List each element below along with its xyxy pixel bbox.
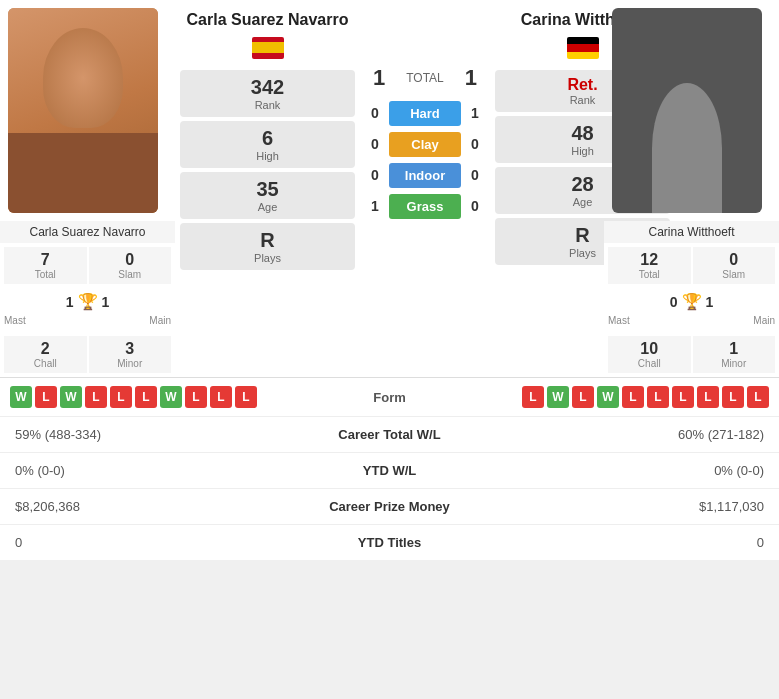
left-form-4: L — [85, 386, 107, 408]
right-player-col: Carina Witthoeft 12 Total 0 Slam 0 🏆 1 — [604, 0, 779, 377]
left-form-7: W — [160, 386, 182, 408]
ytd-wl-label: YTD W/L — [290, 463, 490, 478]
right-player-name-below: Carina Witthoeft — [604, 221, 779, 243]
court-row-hard: 0 Hard 1 — [365, 101, 485, 126]
left-indoor-score: 0 — [365, 167, 385, 183]
right-total-score: 1 — [465, 65, 477, 91]
right-grass-score: 0 — [465, 198, 485, 214]
left-mast-main-labels: Mast Main — [0, 315, 175, 332]
left-trophy-row: 1 🏆 1 — [0, 288, 175, 315]
left-flag — [252, 37, 284, 62]
court-row-indoor: 0 Indoor 0 — [365, 163, 485, 188]
ytd-titles-row: 0 YTD Titles 0 — [0, 524, 779, 560]
left-slam-cell: 0 Slam — [89, 247, 172, 284]
right-clay-score: 0 — [465, 136, 485, 152]
left-form-10: L — [235, 386, 257, 408]
prize-money-row: $8,206,368 Career Prize Money $1,117,030 — [0, 488, 779, 524]
right-ytd-wl: 0% (0-0) — [490, 463, 765, 478]
left-prize: $8,206,368 — [15, 499, 290, 514]
right-form-badges: L W L W L L L L L L — [446, 386, 770, 408]
left-chall-minor: 2 Chall 3 Minor — [0, 332, 175, 377]
court-row-grass: 1 Grass 0 — [365, 194, 485, 219]
left-total-score: 1 — [373, 65, 385, 91]
clay-badge: Clay — [389, 132, 461, 157]
left-hard-score: 0 — [365, 105, 385, 121]
left-form-badges: W L W L L L W L L L — [10, 386, 334, 408]
left-ytd-titles: 0 — [15, 535, 290, 550]
courts-section: 1 Total 1 0 Hard 1 0 Clay 0 0 — [360, 0, 490, 284]
ytd-wl-row: 0% (0-0) YTD W/L 0% (0-0) — [0, 452, 779, 488]
right-mast-main-labels: Mast Main — [604, 315, 779, 332]
left-age-box: 35 Age — [180, 172, 355, 219]
left-career-total: 59% (488-334) — [15, 427, 290, 442]
left-clay-score: 0 — [365, 136, 385, 152]
left-grass-score: 1 — [365, 198, 385, 214]
right-indoor-score: 0 — [465, 167, 485, 183]
right-stats-grid: 12 Total 0 Slam — [604, 243, 779, 288]
left-player-photo — [8, 8, 158, 213]
right-trophy-icon: 🏆 — [682, 292, 702, 311]
left-form-8: L — [185, 386, 207, 408]
left-player-name: Carla Suarez Navarro — [187, 10, 349, 31]
prize-label: Career Prize Money — [290, 499, 490, 514]
court-row-clay: 0 Clay 0 — [365, 132, 485, 157]
left-trophy-icon: 🏆 — [78, 292, 98, 311]
left-total-cell: 7 Total — [4, 247, 87, 284]
right-flag-de — [567, 37, 599, 59]
right-form-4: W — [597, 386, 619, 408]
right-hard-score: 1 — [465, 105, 485, 121]
right-form-1: L — [522, 386, 544, 408]
right-chall-minor: 10 Chall 1 Minor — [604, 332, 779, 377]
left-center-stats: Carla Suarez Navarro 342 Rank 6 High 35 … — [175, 0, 360, 284]
right-form-9: L — [722, 386, 744, 408]
right-career-total: 60% (271-182) — [490, 427, 765, 442]
left-rank-box: 342 Rank — [180, 70, 355, 117]
total-row: 1 Total 1 — [365, 65, 485, 91]
left-player-name-below: Carla Suarez Navarro — [0, 221, 175, 243]
right-total-cell: 12 Total — [608, 247, 691, 284]
left-player-col: Carla Suarez Navarro 7 Total 0 Slam 1 🏆 … — [0, 0, 175, 377]
left-form-3: W — [60, 386, 82, 408]
right-player-face — [612, 8, 762, 213]
right-slam-cell: 0 Slam — [693, 247, 776, 284]
players-row: Carla Suarez Navarro 7 Total 0 Slam 1 🏆 … — [0, 0, 779, 377]
right-chall-cell: 10 Chall — [608, 336, 691, 373]
ytd-titles-label: YTD Titles — [290, 535, 490, 550]
right-form-10: L — [747, 386, 769, 408]
hard-badge: Hard — [389, 101, 461, 126]
center-col: Carla Suarez Navarro 342 Rank 6 High 35 … — [175, 0, 604, 284]
right-form-2: W — [547, 386, 569, 408]
form-section: W L W L L L W L L L Form L W L W L L L L… — [0, 377, 779, 416]
indoor-badge: Indoor — [389, 163, 461, 188]
right-mast-cell: 0 🏆 1 — [608, 292, 775, 311]
left-form-2: L — [35, 386, 57, 408]
right-form-7: L — [672, 386, 694, 408]
right-minor-cell: 1 Minor — [693, 336, 776, 373]
left-ytd-wl: 0% (0-0) — [15, 463, 290, 478]
left-high-box: 6 High — [180, 121, 355, 168]
right-flag — [567, 37, 599, 62]
form-label: Form — [340, 390, 440, 405]
left-minor-cell: 3 Minor — [89, 336, 172, 373]
right-form-3: L — [572, 386, 594, 408]
career-total-row: 59% (488-334) Career Total W/L 60% (271-… — [0, 416, 779, 452]
right-form-6: L — [647, 386, 669, 408]
left-plays-box: R Plays — [180, 223, 355, 270]
left-form-5: L — [110, 386, 132, 408]
left-mast-cell: 1 🏆 1 — [4, 292, 171, 311]
left-form-1: W — [10, 386, 32, 408]
right-prize: $1,117,030 — [490, 499, 765, 514]
left-chall-cell: 2 Chall — [4, 336, 87, 373]
right-trophy-row: 0 🏆 1 — [604, 288, 779, 315]
right-player-photo — [612, 8, 762, 213]
main-container: Carla Suarez Navarro 7 Total 0 Slam 1 🏆 … — [0, 0, 779, 560]
career-total-label: Career Total W/L — [290, 427, 490, 442]
left-stats-grid: 7 Total 0 Slam — [0, 243, 175, 288]
stats-rows: 59% (488-334) Career Total W/L 60% (271-… — [0, 416, 779, 560]
right-ytd-titles: 0 — [490, 535, 765, 550]
right-form-8: L — [697, 386, 719, 408]
total-label: Total — [406, 71, 444, 85]
left-form-9: L — [210, 386, 232, 408]
right-form-5: L — [622, 386, 644, 408]
left-form-6: L — [135, 386, 157, 408]
